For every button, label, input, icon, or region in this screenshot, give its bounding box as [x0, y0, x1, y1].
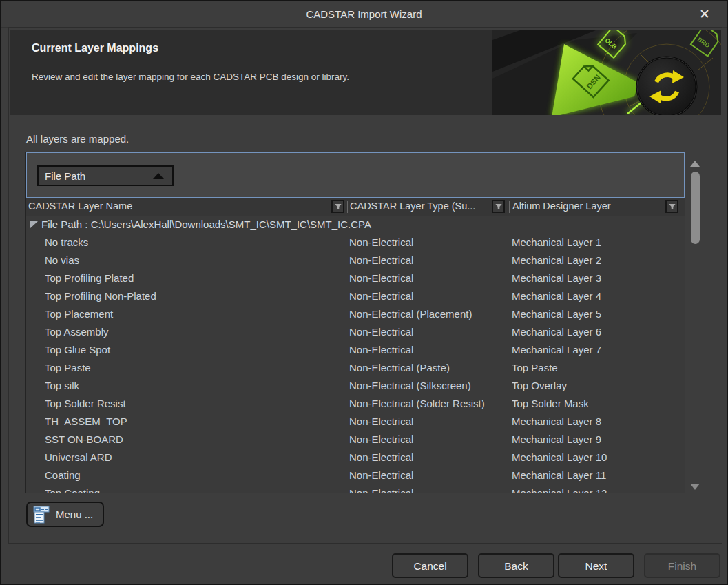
cell-cadstar-layer-name: Top Solder Resist [45, 395, 345, 413]
menu-button-label: Menu ... [56, 509, 93, 520]
import-wheel-graphic: DSN OLB BRD [492, 30, 721, 115]
table-row[interactable]: TH_ASSEM_TOPNon-ElectricalMechanical Lay… [26, 413, 685, 431]
page-subtitle: Review and edit the layer mapping for ea… [32, 72, 349, 82]
table-row[interactable]: No viasNon-ElectricalMechanical Layer 2 [26, 252, 685, 269]
table-row[interactable]: Universal ARDNon-ElectricalMechanical La… [26, 449, 685, 466]
cell-cadstar-layer-type: Non-Electrical [349, 252, 508, 269]
cell-cadstar-layer-name: TH_ASSEM_TOP [45, 413, 345, 431]
cell-cadstar-layer-type: Non-Electrical (Placement) [349, 305, 508, 323]
cadstar-import-wizard-dialog: CADSTAR Import Wizard ✕ Current Layer Ma… [0, 0, 728, 585]
cell-altium-designer-layer: Mechanical Layer 7 [512, 341, 683, 359]
filter-icon[interactable] [331, 200, 344, 213]
title-bar: CADSTAR Import Wizard ✕ [1, 1, 727, 28]
cell-altium-designer-layer: Mechanical Layer 3 [512, 269, 683, 287]
cell-cadstar-layer-name: Coating [45, 466, 345, 484]
table-row[interactable]: Top CoatingNon-ElectricalMechanical Laye… [26, 484, 685, 493]
grid-rows: File Path : C:\Users\AlexHall\Downloads\… [26, 216, 685, 493]
menu-window-icon [32, 505, 51, 524]
cell-altium-designer-layer: Mechanical Layer 8 [512, 413, 683, 431]
cell-cadstar-layer-type: Non-Electrical [349, 449, 508, 466]
cell-cadstar-layer-name: Top Profiling Plated [45, 269, 345, 287]
table-row[interactable]: Top Solder ResistNon-Electrical (Solder … [26, 395, 685, 413]
cell-cadstar-layer-name: Top Paste [45, 359, 345, 377]
table-row[interactable]: Top PlacementNon-Electrical (Placement)M… [26, 305, 685, 323]
cell-cadstar-layer-name: No tracks [45, 234, 345, 252]
cell-altium-designer-layer: Mechanical Layer 11 [512, 466, 683, 484]
cell-altium-designer-layer: Mechanical Layer 4 [512, 287, 683, 305]
group-by-chip-label: File Path [39, 170, 153, 182]
filter-icon[interactable] [492, 200, 505, 213]
cell-cadstar-layer-name: Top Placement [45, 305, 345, 323]
finish-button[interactable]: Finish [644, 553, 720, 578]
table-row[interactable]: Top Profiling PlatedNon-ElectricalMechan… [26, 269, 685, 287]
cell-cadstar-layer-type: Non-Electrical [349, 466, 508, 484]
table-row[interactable]: SST ON-BOARDNon-ElectricalMechanical Lay… [26, 431, 685, 449]
cell-altium-designer-layer: Mechanical Layer 2 [512, 252, 683, 269]
sort-ascending-icon [153, 173, 164, 179]
cell-altium-designer-layer: Mechanical Layer 5 [512, 305, 683, 323]
grid-header-row: CADSTAR Layer Name CADSTAR Layer Type (S… [26, 198, 685, 216]
cell-cadstar-layer-name: SST ON-BOARD [45, 431, 345, 449]
cell-altium-designer-layer: Top Solder Mask [512, 395, 683, 413]
next-button[interactable]: Next [558, 553, 634, 578]
cell-cadstar-layer-name: Top silk [45, 377, 345, 395]
back-button[interactable]: Back [478, 553, 554, 578]
cell-cadstar-layer-type: Non-Electrical [349, 431, 508, 449]
cancel-button[interactable]: Cancel [392, 553, 468, 578]
dialog-title: CADSTAR Import Wizard [1, 1, 727, 28]
cell-cadstar-layer-name: Top Assembly [45, 323, 345, 341]
column-header-altium-designer-layer[interactable]: Altium Designer Layer [510, 198, 685, 216]
header-banner: Current Layer Mappings Review and edit t… [10, 30, 721, 115]
cell-cadstar-layer-name: Top Glue Spot [45, 341, 345, 359]
table-row[interactable]: Top Glue SpotNon-ElectricalMechanical La… [26, 341, 685, 359]
cell-cadstar-layer-name: Universal ARD [45, 449, 345, 466]
group-row-file-path[interactable]: File Path : C:\Users\AlexHall\Downloads\… [26, 216, 685, 234]
table-row[interactable]: Top PasteNon-Electrical (Paste)Top Paste [26, 359, 685, 377]
filter-icon[interactable] [665, 200, 678, 213]
group-by-panel[interactable]: File Path [26, 152, 685, 198]
cell-cadstar-layer-name: Top Coating [45, 484, 345, 493]
cell-altium-designer-layer: Mechanical Layer 6 [512, 323, 683, 341]
cell-altium-designer-layer: Mechanical Layer 1 [512, 234, 683, 252]
cell-cadstar-layer-name: No vias [45, 252, 345, 269]
close-icon[interactable]: ✕ [695, 5, 714, 24]
scroll-down-icon[interactable] [690, 484, 700, 490]
cell-altium-designer-layer: Mechanical Layer 10 [512, 449, 683, 466]
column-header-cadstar-layer-name[interactable]: CADSTAR Layer Name [26, 198, 347, 216]
group-by-chip-file-path[interactable]: File Path [37, 165, 174, 186]
cell-cadstar-layer-type: Non-Electrical (Paste) [349, 359, 508, 377]
cell-cadstar-layer-type: Non-Electrical [349, 234, 508, 252]
page-title: Current Layer Mappings [32, 42, 158, 54]
group-expanded-icon [30, 220, 38, 229]
cell-altium-designer-layer: Top Overlay [512, 377, 683, 395]
table-row[interactable]: Top AssemblyNon-ElectricalMechanical Lay… [26, 323, 685, 341]
cell-altium-designer-layer: Top Paste [512, 359, 683, 377]
scrollbar-thumb[interactable] [691, 172, 700, 244]
cell-cadstar-layer-type: Non-Electrical (Silkscreen) [349, 377, 508, 395]
table-row[interactable]: Top Profiling Non-PlatedNon-ElectricalMe… [26, 287, 685, 305]
column-header-cadstar-layer-type[interactable]: CADSTAR Layer Type (Su... [348, 198, 509, 216]
cell-cadstar-layer-type: Non-Electrical (Solder Resist) [349, 395, 508, 413]
cell-cadstar-layer-type: Non-Electrical [349, 269, 508, 287]
table-row[interactable]: Top silkNon-Electrical (Silkscreen)Top O… [26, 377, 685, 395]
cell-cadstar-layer-name: Top Profiling Non-Plated [45, 287, 345, 305]
scroll-up-icon[interactable] [690, 161, 700, 167]
table-row[interactable]: CoatingNon-ElectricalMechanical Layer 11 [26, 466, 685, 484]
cell-cadstar-layer-type: Non-Electrical [349, 287, 508, 305]
cell-cadstar-layer-type: Non-Electrical [349, 341, 508, 359]
layer-mapping-grid: File Path CADSTAR Layer Name CADSTAR Lay… [25, 152, 705, 493]
cell-cadstar-layer-type: Non-Electrical [349, 484, 508, 493]
cell-altium-designer-layer: Mechanical Layer 12 [512, 484, 683, 493]
vertical-scrollbar[interactable] [685, 152, 705, 493]
cell-cadstar-layer-type: Non-Electrical [349, 323, 508, 341]
cell-cadstar-layer-type: Non-Electrical [349, 413, 508, 431]
status-text: All layers are mapped. [26, 133, 129, 145]
menu-button[interactable]: Menu ... [26, 502, 104, 527]
table-row[interactable]: No tracksNon-ElectricalMechanical Layer … [26, 234, 685, 252]
cell-altium-designer-layer: Mechanical Layer 9 [512, 431, 683, 449]
